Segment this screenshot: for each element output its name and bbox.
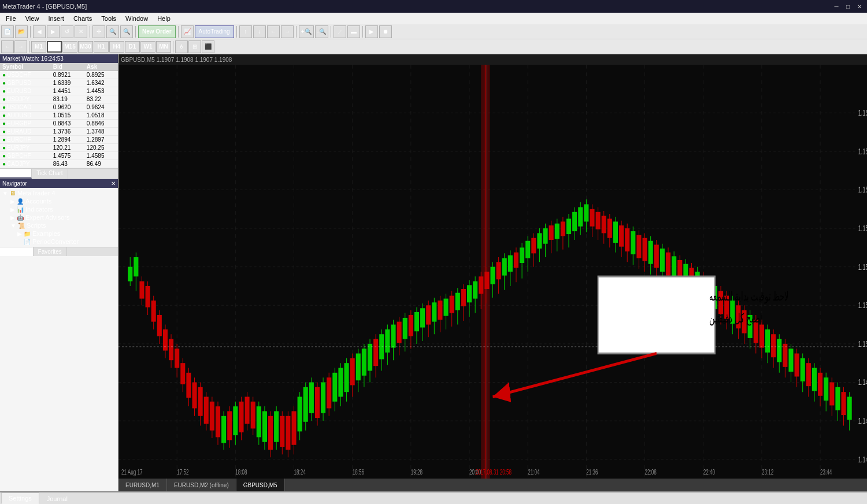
menu-file[interactable]: File — [1, 14, 21, 23]
tree-examples[interactable]: ▶ 📁 Examples — [1, 229, 117, 238]
chart-tab-gbpusd-m5[interactable]: GBPUSD,M5 — [236, 479, 285, 491]
autotrading-button[interactable]: AutoTrading — [195, 25, 234, 38]
chart-left-button[interactable]: ← — [267, 25, 280, 38]
symbol-ask: 0.9624 — [84, 103, 118, 112]
tree-indicators[interactable]: ▶ 📊 Indicators — [1, 205, 117, 213]
refresh-button[interactable]: ↺ — [61, 25, 73, 38]
market-watch-row[interactable]: ●GBPCHF 1.4575 1.4585 — [0, 152, 118, 160]
chart-down-button[interactable]: ↓ — [253, 25, 266, 38]
tree-scripts[interactable]: ▼ 📜 Scripts — [1, 221, 117, 229]
stop-button[interactable]: ✕ — [75, 25, 87, 38]
svg-text:1.1485: 1.1485 — [858, 454, 867, 464]
period-h4[interactable]: H4 — [109, 41, 124, 53]
toolbar-main: 📄 📂 ◀ ▶ ↺ ✕ ✛ 🔍 🔍 New Order 📈 AutoTradin… — [0, 24, 867, 39]
svg-rect-185 — [561, 221, 565, 236]
symbol-bid: 1.0515 — [51, 112, 84, 120]
menu-help[interactable]: Help — [153, 14, 175, 23]
zoom-out-button[interactable]: 🔍 — [120, 25, 133, 38]
svg-rect-283 — [847, 396, 852, 420]
menu-window[interactable]: Window — [121, 14, 153, 23]
col-bid: Bid — [51, 63, 84, 71]
period-m1[interactable]: M1 — [31, 41, 46, 53]
crosshair-button[interactable]: ✛ — [92, 25, 105, 38]
chart-up-button[interactable]: ↑ — [239, 25, 252, 38]
chart-area: GBPUSD,M5 1.1907 1.1908 1.1907 1.1908 — [118, 54, 867, 491]
nav-tab-common[interactable]: Common — [0, 247, 34, 256]
chart-type-btn[interactable]: 🕯 — [175, 40, 188, 53]
svg-rect-279 — [835, 387, 840, 410]
tree-expert-advisors[interactable]: ▶ 🤖 Expert Advisors — [1, 213, 117, 221]
chart-tab-eurusd-m1[interactable]: EURUSD,M1 — [118, 479, 167, 491]
market-watch-row[interactable]: ●EURAUD 1.3736 1.3748 — [0, 128, 118, 136]
period-m15[interactable]: M15 — [62, 41, 77, 53]
tab-tick-chart[interactable]: Tick Chart — [32, 169, 68, 179]
market-watch-row[interactable]: ●EURJPY 120.21 120.25 — [0, 144, 118, 152]
svg-rect-131 — [409, 315, 413, 336]
symbol-ask: 1.3748 — [84, 128, 118, 136]
minimize-button[interactable]: ─ — [831, 2, 842, 11]
period-w1[interactable]: W1 — [140, 41, 155, 53]
menu-view[interactable]: View — [21, 14, 44, 23]
market-watch-row[interactable]: ●EURGBP 0.8843 0.8846 — [0, 120, 118, 128]
market-watch-row[interactable]: ●USDJPY 83.19 83.22 — [0, 95, 118, 103]
btab-journal[interactable]: Journal — [39, 493, 75, 504]
mag-plus-button[interactable]: +🔍 — [299, 25, 314, 38]
tree-accounts[interactable]: ▶ 👤 Accounts — [1, 197, 117, 205]
symbol-name: ●USDCHF — [0, 71, 51, 79]
chart-container[interactable]: 1.1530 1.1525 1.1520 1.1515 1.1510 1.150… — [118, 65, 867, 479]
market-watch-row[interactable]: ●USDCAD 0.9620 0.9624 — [0, 103, 118, 112]
period-m5[interactable]: M5 — [47, 41, 62, 53]
market-watch-row[interactable]: ●EURCHF 1.2894 1.2897 — [0, 136, 118, 144]
market-watch-row[interactable]: ●EURUSD 1.4451 1.4453 — [0, 87, 118, 95]
chart-info-bar: GBPUSD,M5 1.1907 1.1908 1.1907 1.1908 — [118, 54, 867, 65]
restore-button[interactable]: □ — [843, 2, 853, 11]
zoom-in-button[interactable]: 🔍 — [106, 25, 119, 38]
nav-fwd-btn[interactable]: → — [14, 40, 27, 53]
tab-symbols[interactable]: Symbols — [0, 169, 32, 179]
svg-text:اصبح كل دقيقتين: اصبح كل دقيقتين — [709, 312, 762, 326]
period-d1[interactable]: D1 — [125, 41, 140, 53]
period-h1[interactable]: H1 — [94, 41, 109, 53]
toolbar-separator-6 — [296, 26, 297, 38]
chart-right-button[interactable]: → — [281, 25, 294, 38]
svg-rect-153 — [467, 285, 472, 302]
market-watch-row[interactable]: ●CADJPY 86.43 86.49 — [0, 160, 118, 168]
grid-btn[interactable]: ⊞ — [188, 40, 201, 53]
record-button[interactable]: ⏺ — [379, 25, 392, 38]
svg-rect-109 — [344, 363, 349, 392]
navigator-panel: Navigator ✕ ▼ 🖥 MetaTrader 4 ▶ 👤 Account… — [0, 179, 118, 491]
btab-settings[interactable]: Settings — [1, 492, 39, 504]
svg-rect-171 — [520, 247, 524, 263]
nav-tab-favorites[interactable]: Favorites — [34, 247, 67, 256]
period-m30[interactable]: M30 — [78, 41, 93, 53]
period-mn[interactable]: MN — [156, 41, 171, 53]
symbol-bid: 1.3736 — [51, 128, 84, 136]
line-button[interactable]: ⟋ — [334, 25, 346, 38]
svg-rect-147 — [450, 296, 454, 313]
tree-period-converter[interactable]: ▶ 📄 PeriodConverter — [1, 238, 117, 246]
back-button[interactable]: ◀ — [33, 25, 46, 38]
market-watch-row[interactable]: ●USDCHF 0.8921 0.8925 — [0, 71, 118, 79]
indicators-button[interactable]: 📈 — [181, 25, 194, 38]
symbol-ask: 120.25 — [84, 144, 118, 152]
vol-btn[interactable]: ⬛ — [202, 40, 214, 53]
menu-tools[interactable]: Tools — [97, 14, 121, 23]
market-watch-row[interactable]: ●GBPUSD 1.6339 1.6342 — [0, 79, 118, 87]
menu-insert[interactable]: Insert — [43, 14, 69, 23]
symbol-name: ●USDCAD — [0, 103, 51, 112]
new-order-button[interactable]: New Order — [138, 25, 176, 38]
mag-minus-button[interactable]: -🔍 — [315, 25, 328, 38]
tree-metatrader4[interactable]: ▼ 🖥 MetaTrader 4 — [1, 189, 117, 197]
play-button[interactable]: ▶ — [365, 25, 378, 38]
hline-button[interactable]: ▬ — [347, 25, 360, 38]
menu-charts[interactable]: Charts — [69, 14, 97, 23]
open-file-button[interactable]: 📂 — [15, 25, 28, 38]
navigator-close-icon[interactable]: ✕ — [111, 180, 116, 187]
close-button[interactable]: ✕ — [854, 2, 865, 11]
market-watch-row[interactable]: ●AUDUSD 1.0515 1.0518 — [0, 112, 118, 120]
svg-rect-81 — [262, 411, 267, 442]
forward-button[interactable]: ▶ — [47, 25, 60, 38]
new-file-button[interactable]: 📄 — [1, 25, 14, 38]
nav-back-btn[interactable]: ← — [1, 40, 14, 53]
chart-tab-eurusd-m2[interactable]: EURUSD,M2 (offline) — [167, 479, 236, 491]
